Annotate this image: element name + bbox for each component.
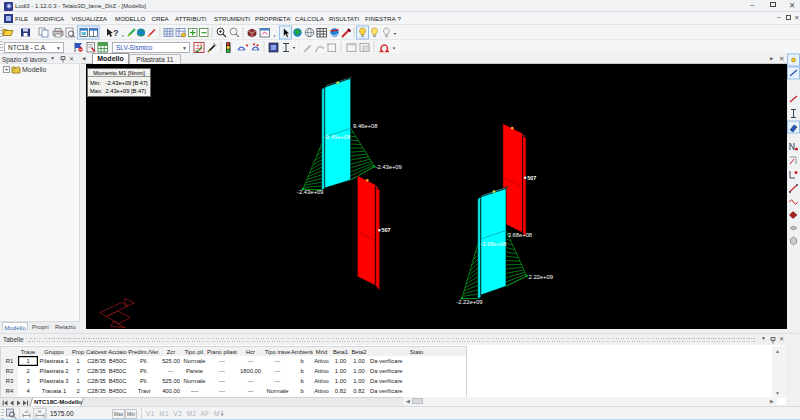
svg-text:-3.68e+08: -3.68e+08 (480, 241, 506, 247)
svg-text:3.68e+08: 3.68e+08 (507, 232, 531, 238)
svg-text:-2.43e+09: -2.43e+09 (375, 164, 401, 170)
svg-text:-2.22e+09: -2.22e+09 (456, 299, 482, 305)
svg-text:2.22e+09: 2.22e+09 (528, 274, 552, 280)
svg-text:9.46e+08: 9.46e+08 (353, 123, 377, 129)
svg-text:x1: x1 (25, 409, 30, 414)
svg-text:507: 507 (381, 227, 390, 233)
svg-text:?: ? (113, 28, 119, 38)
svg-text:-2.43e+09: -2.43e+09 (297, 189, 323, 195)
svg-text:-9.45e+08: -9.45e+08 (323, 134, 349, 140)
svg-text:H: H (38, 409, 41, 414)
svg-text:507: 507 (527, 175, 536, 181)
